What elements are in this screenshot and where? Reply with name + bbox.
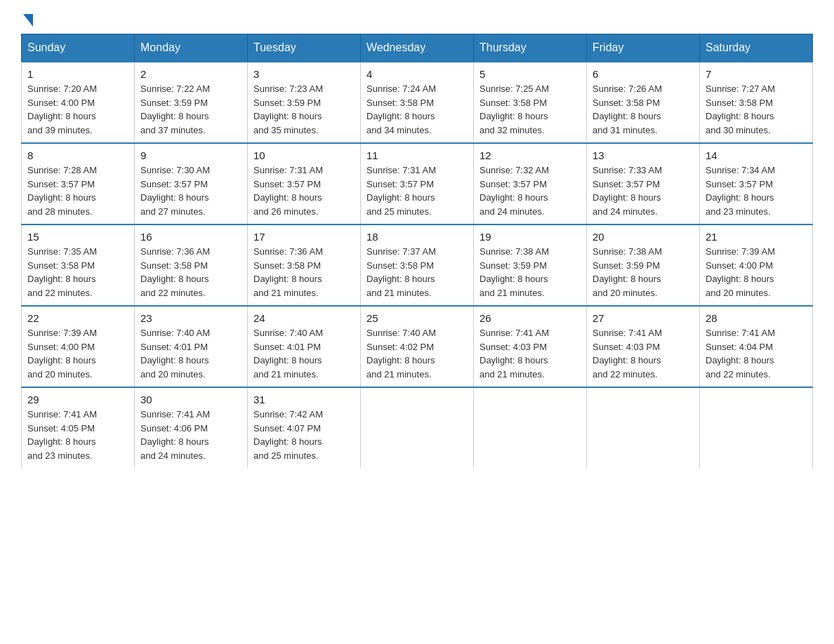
header-friday: Friday: [587, 34, 700, 62]
calendar-cell: 24 Sunrise: 7:40 AM Sunset: 4:01 PM Dayl…: [248, 306, 361, 387]
day-info: Sunrise: 7:41 AM Sunset: 4:03 PM Dayligh…: [479, 326, 581, 381]
calendar-cell: 21 Sunrise: 7:39 AM Sunset: 4:00 PM Dayl…: [700, 224, 813, 306]
calendar-cell: [587, 387, 700, 468]
calendar-cell: 4 Sunrise: 7:24 AM Sunset: 3:58 PM Dayli…: [361, 62, 474, 143]
day-info: Sunrise: 7:40 AM Sunset: 4:01 PM Dayligh…: [140, 326, 241, 381]
header-tuesday: Tuesday: [248, 34, 361, 62]
day-info: Sunrise: 7:42 AM Sunset: 4:07 PM Dayligh…: [253, 408, 355, 462]
header-saturday: Saturday: [700, 34, 813, 62]
logo: [21, 14, 33, 21]
day-number: 26: [479, 312, 581, 324]
day-number: 25: [366, 312, 468, 324]
calendar-cell: 19 Sunrise: 7:38 AM Sunset: 3:59 PM Dayl…: [474, 224, 587, 306]
day-info: Sunrise: 7:35 AM Sunset: 3:58 PM Dayligh…: [27, 245, 128, 300]
day-info: Sunrise: 7:40 AM Sunset: 4:02 PM Dayligh…: [366, 326, 468, 381]
day-info: Sunrise: 7:41 AM Sunset: 4:06 PM Dayligh…: [140, 408, 241, 462]
calendar-cell: [700, 387, 813, 468]
day-number: 13: [593, 149, 694, 161]
calendar-cell: 27 Sunrise: 7:41 AM Sunset: 4:03 PM Dayl…: [587, 306, 700, 387]
day-number: 30: [140, 394, 241, 405]
day-info: Sunrise: 7:39 AM Sunset: 4:00 PM Dayligh…: [706, 245, 807, 300]
day-number: 4: [366, 68, 468, 80]
calendar-cell: 1 Sunrise: 7:20 AM Sunset: 4:00 PM Dayli…: [22, 62, 135, 143]
day-info: Sunrise: 7:24 AM Sunset: 3:58 PM Dayligh…: [366, 82, 468, 137]
day-info: Sunrise: 7:41 AM Sunset: 4:04 PM Dayligh…: [706, 326, 807, 381]
day-info: Sunrise: 7:41 AM Sunset: 4:05 PM Dayligh…: [27, 408, 128, 462]
day-info: Sunrise: 7:37 AM Sunset: 3:58 PM Dayligh…: [366, 245, 468, 300]
calendar-cell: 23 Sunrise: 7:40 AM Sunset: 4:01 PM Dayl…: [135, 306, 248, 387]
calendar-cell: 20 Sunrise: 7:38 AM Sunset: 3:59 PM Dayl…: [587, 224, 700, 306]
day-info: Sunrise: 7:33 AM Sunset: 3:57 PM Dayligh…: [593, 163, 694, 218]
calendar-cell: 30 Sunrise: 7:41 AM Sunset: 4:06 PM Dayl…: [135, 387, 248, 468]
calendar-cell: 9 Sunrise: 7:30 AM Sunset: 3:57 PM Dayli…: [135, 143, 248, 224]
day-info: Sunrise: 7:27 AM Sunset: 3:58 PM Dayligh…: [706, 82, 807, 137]
week-row-1: 1 Sunrise: 7:20 AM Sunset: 4:00 PM Dayli…: [22, 62, 813, 143]
calendar-cell: 13 Sunrise: 7:33 AM Sunset: 3:57 PM Dayl…: [587, 143, 700, 224]
header-wednesday: Wednesday: [361, 34, 474, 62]
calendar-cell: 14 Sunrise: 7:34 AM Sunset: 3:57 PM Dayl…: [700, 143, 813, 224]
calendar-cell: 12 Sunrise: 7:32 AM Sunset: 3:57 PM Dayl…: [474, 143, 587, 224]
calendar-cell: 5 Sunrise: 7:25 AM Sunset: 3:58 PM Dayli…: [474, 62, 587, 143]
day-number: 18: [366, 231, 468, 243]
day-number: 29: [27, 394, 128, 405]
calendar-cell: 31 Sunrise: 7:42 AM Sunset: 4:07 PM Dayl…: [248, 387, 361, 468]
day-number: 27: [593, 312, 694, 324]
day-number: 6: [593, 68, 694, 80]
week-row-2: 8 Sunrise: 7:28 AM Sunset: 3:57 PM Dayli…: [22, 143, 813, 224]
calendar-cell: 25 Sunrise: 7:40 AM Sunset: 4:02 PM Dayl…: [361, 306, 474, 387]
day-number: 7: [706, 68, 807, 80]
day-info: Sunrise: 7:30 AM Sunset: 3:57 PM Dayligh…: [140, 163, 241, 218]
day-number: 19: [479, 231, 581, 243]
day-info: Sunrise: 7:34 AM Sunset: 3:57 PM Dayligh…: [706, 163, 807, 218]
day-info: Sunrise: 7:23 AM Sunset: 3:59 PM Dayligh…: [253, 82, 355, 137]
day-number: 28: [706, 312, 807, 324]
calendar-cell: 15 Sunrise: 7:35 AM Sunset: 3:58 PM Dayl…: [22, 224, 135, 306]
day-info: Sunrise: 7:40 AM Sunset: 4:01 PM Dayligh…: [253, 326, 355, 381]
day-number: 23: [140, 312, 241, 324]
day-info: Sunrise: 7:31 AM Sunset: 3:57 PM Dayligh…: [253, 163, 355, 218]
calendar-cell: 11 Sunrise: 7:31 AM Sunset: 3:57 PM Dayl…: [361, 143, 474, 224]
day-number: 15: [27, 231, 128, 243]
calendar-cell: [361, 387, 474, 468]
day-number: 9: [140, 149, 241, 161]
day-number: 1: [27, 68, 128, 80]
day-number: 14: [706, 149, 807, 161]
day-info: Sunrise: 7:39 AM Sunset: 4:00 PM Dayligh…: [27, 326, 128, 381]
calendar-cell: 22 Sunrise: 7:39 AM Sunset: 4:00 PM Dayl…: [22, 306, 135, 387]
day-number: 8: [27, 149, 128, 161]
day-info: Sunrise: 7:41 AM Sunset: 4:03 PM Dayligh…: [593, 326, 694, 381]
day-info: Sunrise: 7:36 AM Sunset: 3:58 PM Dayligh…: [140, 245, 241, 300]
calendar-cell: 18 Sunrise: 7:37 AM Sunset: 3:58 PM Dayl…: [361, 224, 474, 306]
page-header: [21, 14, 813, 21]
calendar-cell: 8 Sunrise: 7:28 AM Sunset: 3:57 PM Dayli…: [22, 143, 135, 224]
header-monday: Monday: [135, 34, 248, 62]
header-thursday: Thursday: [474, 34, 587, 62]
day-info: Sunrise: 7:38 AM Sunset: 3:59 PM Dayligh…: [593, 245, 694, 300]
day-number: 5: [479, 68, 581, 80]
day-info: Sunrise: 7:22 AM Sunset: 3:59 PM Dayligh…: [140, 82, 241, 137]
day-number: 17: [253, 231, 355, 243]
day-info: Sunrise: 7:32 AM Sunset: 3:57 PM Dayligh…: [479, 163, 581, 218]
calendar-cell: 29 Sunrise: 7:41 AM Sunset: 4:05 PM Dayl…: [22, 387, 135, 468]
day-info: Sunrise: 7:28 AM Sunset: 3:57 PM Dayligh…: [27, 163, 128, 218]
calendar-cell: 2 Sunrise: 7:22 AM Sunset: 3:59 PM Dayli…: [135, 62, 248, 143]
day-number: 11: [366, 149, 468, 161]
day-number: 22: [27, 312, 128, 324]
header-sunday: Sunday: [22, 34, 135, 62]
day-number: 12: [479, 149, 581, 161]
day-info: Sunrise: 7:25 AM Sunset: 3:58 PM Dayligh…: [479, 82, 581, 137]
week-row-5: 29 Sunrise: 7:41 AM Sunset: 4:05 PM Dayl…: [22, 387, 813, 468]
logo-arrow-icon: [23, 14, 33, 27]
calendar-cell: 7 Sunrise: 7:27 AM Sunset: 3:58 PM Dayli…: [700, 62, 813, 143]
calendar-cell: 6 Sunrise: 7:26 AM Sunset: 3:58 PM Dayli…: [587, 62, 700, 143]
day-info: Sunrise: 7:38 AM Sunset: 3:59 PM Dayligh…: [479, 245, 581, 300]
calendar-cell: 3 Sunrise: 7:23 AM Sunset: 3:59 PM Dayli…: [248, 62, 361, 143]
day-number: 31: [253, 394, 355, 405]
logo-general: [21, 14, 33, 25]
calendar-cell: [474, 387, 587, 468]
day-number: 10: [253, 149, 355, 161]
day-number: 3: [253, 68, 355, 80]
calendar-cell: 28 Sunrise: 7:41 AM Sunset: 4:04 PM Dayl…: [700, 306, 813, 387]
day-number: 2: [140, 68, 241, 80]
calendar-header-row: SundayMondayTuesdayWednesdayThursdayFrid…: [22, 34, 813, 62]
